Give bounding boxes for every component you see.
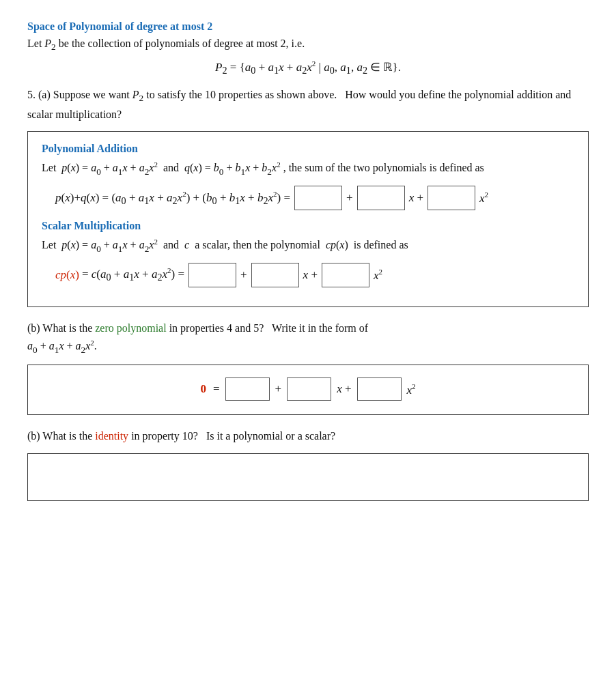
identity-box[interactable] — [27, 453, 589, 501]
zero-answer-box-3[interactable] — [357, 377, 402, 401]
answer-box-2[interactable] — [357, 186, 405, 210]
answer-box-6[interactable] — [322, 263, 369, 287]
scalar-mult-text: Let p(x) = a0 + a1x + a2x2 and c a scala… — [42, 236, 574, 256]
title-text: Space of Polynomial of degree at most 2 — [27, 20, 212, 32]
question-b2: (b) What is the identity in property 10?… — [27, 427, 589, 445]
zero-label: 0 — [200, 382, 206, 396]
zero-poly-box: 0 = + x + x2 — [27, 365, 589, 415]
scalar-formula-line: cp(x) = c(a0 + a1x + a2x2) = + x + x2 — [55, 263, 574, 287]
answer-box-1[interactable] — [294, 186, 342, 210]
p-subscript: 2 — [51, 42, 56, 52]
answer-box-5[interactable] — [251, 263, 299, 287]
answer-box-3[interactable] — [428, 186, 475, 210]
answer-box-4[interactable] — [188, 263, 236, 287]
section-title: Space of Polynomial of degree at most 2 — [27, 20, 589, 33]
addition-scalar-box: Polynomial Addition Let p(x) = a0 + a1x … — [27, 131, 589, 307]
scalar-mult-title: Scalar Multiplication — [42, 220, 574, 232]
zero-answer-box-2[interactable] — [287, 377, 331, 401]
question-b1: (b) What is the zero polynomial in prope… — [27, 319, 589, 356]
addition-formula-line: p(x)+q(x) = (a0 + a1x + a2x2) + (b0 + b1… — [55, 186, 574, 210]
intro-line: Let P2 be the collection of polynomials … — [27, 35, 589, 54]
poly-addition-title: Polynomial Addition — [42, 143, 574, 155]
question-5a: 5. (a) Suppose we want P2 to satisfy the… — [27, 86, 589, 123]
poly-addition-text: Let p(x) = a0 + a1x + a2x2 and q(x) = b0… — [42, 159, 574, 179]
main-formula: P2 = {a0 + a1x + a2x2 | a0, a1, a2 ∈ ℝ}. — [27, 59, 589, 76]
zero-answer-box-1[interactable] — [225, 377, 270, 401]
